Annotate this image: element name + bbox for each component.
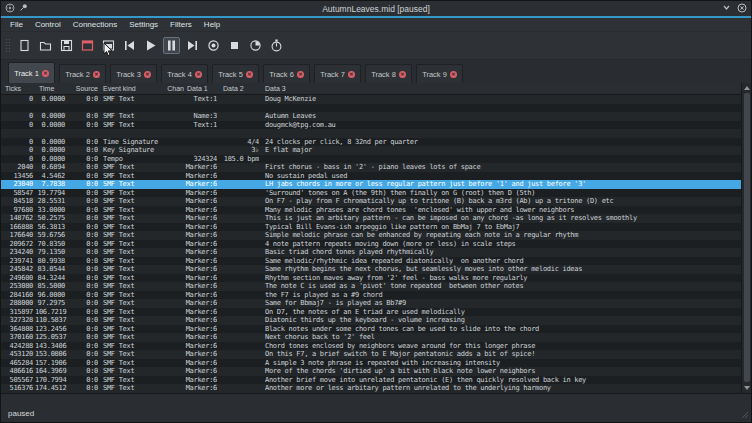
scroll-up-icon[interactable]	[742, 83, 751, 92]
col-header-data3[interactable]: Data 3	[259, 85, 741, 92]
col-header-source[interactable]: Source	[69, 85, 98, 92]
col-header-data2[interactable]: Data 2	[217, 85, 259, 92]
table-row[interactable]: 315897106.72190:0SMF TextMarker:6On D7, …	[1, 308, 751, 317]
open-file-button[interactable]	[37, 37, 54, 54]
menu-bar: FileControlConnectionsSettingsFiltersHel…	[1, 18, 751, 32]
tab-close-icon[interactable]: ✕	[297, 71, 304, 78]
tab-track-9[interactable]: Track 9✕	[416, 64, 463, 83]
cell-ticks: 176640	[1, 231, 35, 240]
tab-close-icon[interactable]: ✕	[93, 71, 100, 78]
scroll-down-icon[interactable]	[742, 384, 751, 393]
menu-item-connections[interactable]: Connections	[67, 20, 123, 29]
tab-close-icon[interactable]: ✕	[450, 71, 457, 78]
table-row[interactable]: 364808123.24560:0SMF TextMarker:6Black n…	[1, 325, 751, 334]
table-row[interactable]: 505567170.79940:0SMF TextMarker:6Another…	[1, 376, 751, 385]
col-header-time[interactable]: Time	[35, 85, 69, 92]
clock-button[interactable]	[247, 37, 264, 54]
table-row[interactable]: 00.00000:0Key Signature3♭E flat major	[1, 146, 751, 155]
menu-item-settings[interactable]: Settings	[123, 20, 164, 29]
tab-track-5[interactable]: Track 5✕	[212, 64, 259, 83]
table-row[interactable]: 00.00000:0SMF TextText:1Doug McKenzie	[1, 95, 751, 104]
table-row[interactable]: 516376174.45120:0SMF TextMarker:6Another…	[1, 384, 751, 393]
tab-track-6[interactable]: Track 6✕	[263, 64, 310, 83]
shade-icon[interactable]	[722, 3, 731, 14]
resize-grip[interactable]	[741, 411, 749, 421]
cell-data3: Chord tones enclosed by neighbors weave …	[259, 342, 741, 351]
table-row[interactable]: 134564.54620:0SMF TextMarker:6No sustain…	[1, 172, 751, 181]
table-row[interactable]: 23974180.99380:0SMF TextMarker:6Same mel…	[1, 257, 751, 266]
col-header-data1[interactable]: Data 1	[184, 85, 217, 92]
tab-track-4[interactable]: Track 4✕	[161, 64, 208, 83]
table-row[interactable]: 24584283.05440:0SMF TextMarker:6Same rhy…	[1, 265, 751, 274]
tab-track-7[interactable]: Track 7✕	[314, 64, 361, 83]
title-bar[interactable]: AutumnLeaves.mid [paused]	[1, 1, 751, 16]
table-row[interactable]: 370160125.05370:0SMF TextMarker:6Next ch…	[1, 333, 751, 342]
table-row[interactable]: 465284157.19060:0SMF TextMarker:6A simpl…	[1, 359, 751, 368]
menu-item-filters[interactable]: Filters	[164, 20, 198, 29]
save-file-button[interactable]	[58, 37, 75, 54]
table-row[interactable]: 327328110.58370:0SMF TextMarker:6Diatoni…	[1, 316, 751, 325]
stop-button[interactable]	[226, 37, 243, 54]
tab-close-icon[interactable]: ✕	[42, 70, 49, 77]
skip-forward-button[interactable]	[184, 37, 201, 54]
table-row[interactable]	[1, 129, 751, 138]
skipfwd-icon	[186, 39, 199, 52]
table-row[interactable]: 5854719.77940:0SMF TextMarker:6'Surround…	[1, 189, 751, 198]
col-header-ticks[interactable]: Ticks	[1, 85, 35, 92]
col-header-chan[interactable]: Chan	[164, 85, 184, 92]
table-row[interactable]: 00.00000:0Time Signature4/424 clocks per…	[1, 138, 751, 147]
skip-backward-button[interactable]	[121, 37, 138, 54]
table-row[interactable]: 00.00000:0SMF TextText:1dougmck@tpg.com.…	[1, 121, 751, 130]
tab-close-icon[interactable]: ✕	[195, 71, 202, 78]
stopwatch-button[interactable]	[268, 37, 285, 54]
col-header-event-kind[interactable]: Event kind	[98, 85, 164, 92]
table-row[interactable]: 25308085.50000:0SMF TextMarker:6The note…	[1, 282, 751, 291]
table-row[interactable]: 8451828.55310:0SMF TextMarker:6On F7 - p…	[1, 197, 751, 206]
tab-close-icon[interactable]: ✕	[348, 71, 355, 78]
scrollbar-thumb[interactable]	[744, 93, 750, 382]
close-icon[interactable]	[737, 3, 747, 15]
table-row[interactable]: 00.00000:0SMF TextName:3Autumn Leaves	[1, 112, 751, 121]
menu-item-control[interactable]: Control	[29, 20, 67, 29]
tab-close-icon[interactable]: ✕	[399, 71, 406, 78]
tab-track-3[interactable]: Track 3✕	[110, 64, 157, 83]
cell-data3: A simple 3 note phrase is repeated with …	[259, 359, 741, 368]
table-row[interactable]: 28416096.00000:0SMF TextMarker:6the F7 i…	[1, 291, 751, 300]
table-row[interactable]: 20967270.83500:0SMF TextMarker:64 note p…	[1, 240, 751, 249]
tab-track-8[interactable]: Track 8✕	[365, 64, 412, 83]
tab-track-2[interactable]: Track 2✕	[59, 64, 106, 83]
cell-data1: Marker:6	[184, 189, 217, 198]
menu-item-help[interactable]: Help	[198, 20, 226, 29]
pause-button[interactable]	[163, 37, 180, 54]
record-button[interactable]	[205, 37, 222, 54]
table-row[interactable]: 9768033.00000:0SMF TextMarker:6Many melo…	[1, 206, 751, 215]
table-row[interactable]: 453120153.08060:0SMF TextMarker:6On this…	[1, 350, 751, 359]
table-row[interactable]: 24960084.32440:0SMF TextMarker:6Rhythm s…	[1, 274, 751, 283]
table-row[interactable]: 17664059.67560:0SMF TextMarker:6Simple m…	[1, 231, 751, 240]
vertical-scrollbar[interactable]	[741, 83, 751, 393]
table-row[interactable]: 230407.78380:0SMF TextMarker:6LH jabs ch…	[1, 180, 751, 189]
toolbar-drag-handle[interactable]	[5, 38, 10, 54]
table-row[interactable]: 486616164.39690:0SMF TextMarker:6More of…	[1, 367, 751, 376]
pin-icon[interactable]	[19, 3, 28, 14]
table-row[interactable]: 14876250.25750:0SMF TextMarker:6This is …	[1, 214, 751, 223]
table-row[interactable]: 28800097.29750:0SMF TextMarker:6Same for…	[1, 299, 751, 308]
table-row[interactable]: 00.00000:0Tempo324324185.0 bpm	[1, 155, 751, 164]
menu-item-file[interactable]: File	[4, 20, 29, 29]
cell-event-kind: SMF Text	[98, 308, 164, 317]
cell-source: 0:0	[69, 214, 98, 223]
cell-data3: Rhythm section maves away from '2' feel …	[259, 274, 741, 283]
player-window-button[interactable]	[100, 37, 117, 54]
status-text: paused	[8, 409, 34, 418]
table-row[interactable]	[1, 104, 751, 113]
tab-close-icon[interactable]: ✕	[246, 71, 253, 78]
table-row[interactable]: 424288143.34060:0SMF TextMarker:6Chord t…	[1, 342, 751, 351]
monitor-window-button[interactable]	[79, 37, 96, 54]
new-file-button[interactable]	[16, 37, 33, 54]
play-button[interactable]	[142, 37, 159, 54]
tab-track-1[interactable]: Track 1✕	[8, 62, 55, 83]
table-row[interactable]: 16688856.38130:0SMF TextMarker:6Typical …	[1, 223, 751, 232]
table-row[interactable]: 23424079.13500:0SMF TextMarker:6Basic tr…	[1, 248, 751, 257]
tab-close-icon[interactable]: ✕	[144, 71, 151, 78]
table-row[interactable]: 20400.68940:0SMF TextMarker:6First choru…	[1, 163, 751, 172]
